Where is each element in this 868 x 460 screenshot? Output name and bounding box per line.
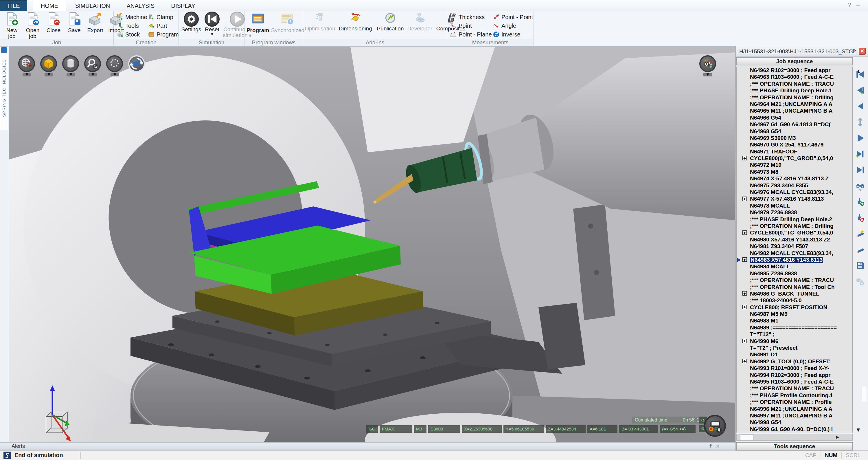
gcode-line[interactable]: ;*** OPERATION NAME : Drilling bbox=[737, 94, 852, 101]
angle-button[interactable]: Angle bbox=[493, 22, 533, 30]
gcode-line[interactable]: +N64983 X57.4816 Y143.8113 bbox=[737, 257, 852, 263]
iso-view-dropdown-icon[interactable]: ▼ bbox=[44, 73, 53, 77]
panel-close-icon[interactable]: ✕ bbox=[859, 48, 866, 55]
step-back-icon[interactable] bbox=[855, 101, 866, 112]
gcode-line[interactable]: ;*** OPERATION NAME : TRACU bbox=[737, 81, 852, 87]
expand-icon[interactable]: + bbox=[742, 339, 747, 343]
refresh-view-button[interactable] bbox=[128, 55, 146, 77]
camera-dropdown-icon[interactable]: ▼ bbox=[703, 73, 712, 77]
gcode-line[interactable]: N64980 X57.4816 Y143.8113 Z2 bbox=[737, 236, 852, 243]
alerts-close-icon[interactable]: ✕ bbox=[716, 443, 720, 450]
previous-tool-icon[interactable] bbox=[855, 85, 866, 96]
alerts-pin-icon[interactable] bbox=[708, 443, 713, 449]
zoom-select-dropdown-icon[interactable]: ▼ bbox=[89, 73, 97, 77]
gcode-line[interactable]: ;*** OPERATION NAME : TRACU bbox=[737, 277, 852, 283]
selection-circle-dropdown-icon[interactable]: ▼ bbox=[111, 73, 119, 77]
gcode-line[interactable]: N64991 D1 bbox=[737, 351, 852, 358]
selection-circle-button[interactable]: ▼ bbox=[106, 55, 124, 77]
new-job-button[interactable]: New job bbox=[2, 11, 22, 39]
gcode-line[interactable]: N64989 ;==================== bbox=[737, 324, 852, 331]
gcode-line[interactable]: ;*** OPERATION NAME : TRACU bbox=[737, 385, 852, 392]
scroll-down-icon[interactable]: ▼ bbox=[857, 427, 860, 432]
gcode-line[interactable]: N64970 G0 X-254. Y117.4679 bbox=[737, 141, 852, 148]
gcode-line[interactable]: N64975 Z93.3404 F355 bbox=[737, 182, 852, 189]
pin-icon[interactable] bbox=[850, 48, 857, 54]
annotate-icon[interactable] bbox=[855, 228, 866, 239]
gcode-line[interactable]: N64999 G1 G90 A-90. B=DC(0.) I bbox=[737, 426, 852, 432]
minimize-icon[interactable]: – bbox=[857, 1, 865, 8]
gcode-line[interactable]: N64974 X-57.4816 Y143.8113 Z bbox=[737, 175, 852, 182]
synchronized-window-button[interactable]: Synchronized bbox=[271, 11, 302, 33]
tab-analysis[interactable]: ANALYSIS bbox=[119, 0, 162, 11]
stock-button[interactable]: Stock bbox=[117, 30, 147, 39]
gcode-line[interactable]: N64968 G54 bbox=[737, 128, 852, 135]
zoom-select-button[interactable]: ▼ bbox=[84, 55, 101, 77]
gcode-line[interactable]: ;*** PHASE Drilling Deep Hole.2 bbox=[737, 216, 852, 223]
gcode-line[interactable]: N64985 Z236.8938 bbox=[737, 270, 852, 277]
machine-panel-button[interactable] bbox=[704, 415, 726, 437]
gcode-line[interactable]: N64982 MCALL CYCLE83(93.34, bbox=[737, 250, 852, 257]
gcode-line[interactable]: N64978 MCALL bbox=[737, 202, 852, 209]
gcode-line[interactable]: T="T2" ; Preselect bbox=[737, 344, 852, 351]
developer-button[interactable]: ACNU Developer bbox=[406, 11, 433, 32]
gcode-line[interactable]: N64984 MCALL bbox=[737, 263, 852, 270]
expand-icon[interactable]: + bbox=[742, 156, 747, 161]
point-point-button[interactable]: Point - Point bbox=[493, 13, 533, 22]
go-to-end-icon[interactable] bbox=[855, 165, 866, 175]
gcode-line[interactable]: +CYCLE800; RESET POSITION bbox=[737, 304, 852, 311]
go-to-start-icon[interactable] bbox=[855, 69, 866, 80]
settings-button[interactable]: Settings bbox=[181, 11, 202, 38]
point-plane-button[interactable]: Point - Plane bbox=[450, 30, 492, 39]
gcode-line[interactable]: +N64990 M6 bbox=[737, 338, 852, 344]
vertical-scrollbar-thumb[interactable] bbox=[862, 387, 866, 401]
optimisation-button[interactable]: Optimisation bbox=[304, 11, 336, 32]
gcode-line[interactable]: N64963 R103=6000 ; Feed A-C-E bbox=[737, 74, 852, 80]
export-button[interactable]: Export bbox=[86, 11, 105, 39]
expand-icon[interactable]: + bbox=[742, 305, 747, 309]
thickness-button[interactable]: Thickness bbox=[450, 13, 492, 22]
inverse-button[interactable]: Inverse bbox=[493, 30, 533, 39]
gcode-line[interactable]: ;*** PHASE Profile Contouring.1 bbox=[737, 392, 852, 399]
save-job-button[interactable]: Save bbox=[65, 11, 84, 39]
gcode-line[interactable]: N64967 G1 G90 A6.1813 B=DC( bbox=[737, 121, 852, 128]
gcode-line[interactable]: N64995 R103=6000 ; Feed A-C-E bbox=[737, 378, 852, 385]
iso-view-button[interactable]: ▼ bbox=[40, 55, 58, 77]
help-icon[interactable]: ? bbox=[848, 1, 857, 8]
gcode-line[interactable]: N64966 G54 bbox=[737, 114, 852, 121]
tools-sequence-header[interactable]: Tools sequence bbox=[736, 442, 852, 451]
gcode-line[interactable]: N64988 M1 bbox=[737, 317, 852, 324]
program-button[interactable]: Program bbox=[148, 30, 179, 39]
clamp-button[interactable]: Clamp bbox=[148, 13, 179, 22]
search-icon[interactable] bbox=[855, 180, 866, 191]
tools-button[interactable]: Tools bbox=[117, 22, 147, 30]
cylinder-view-dropdown-icon[interactable]: ▼ bbox=[66, 73, 75, 77]
cylinder-view-button[interactable]: ▼ bbox=[62, 55, 80, 77]
gcode-line[interactable]: N64997 M11 ;UNCLAMPING B A bbox=[737, 412, 852, 419]
dimensioning-button[interactable]: Dimensioning bbox=[336, 11, 374, 32]
gcode-line[interactable]: N64969 S3600 M3 bbox=[737, 135, 852, 141]
spring-side-tab[interactable]: SPRING TECHNOLOGIES bbox=[0, 46, 8, 130]
expand-icon[interactable]: + bbox=[742, 230, 747, 235]
expand-icon[interactable]: + bbox=[742, 291, 747, 295]
machine-button[interactable]: Machine bbox=[117, 13, 147, 22]
gcode-line[interactable]: N64971 TRAFOOF bbox=[737, 148, 852, 155]
gcode-line[interactable]: N64972 M10 bbox=[737, 162, 852, 168]
gcode-line[interactable]: N64962 R102=3000 ; Feed appr bbox=[737, 67, 852, 74]
gcode-line[interactable]: ;*** PHASE Drilling Deep Hole.1 bbox=[737, 87, 852, 94]
close-job-button[interactable]: Close bbox=[44, 11, 63, 39]
gcode-line[interactable]: N64964 M21 ;UNCLAMPING A A bbox=[737, 101, 852, 107]
camera-view-button[interactable]: ▼ bbox=[698, 55, 717, 77]
gcode-line[interactable]: N64998 G54 bbox=[737, 419, 852, 426]
gcode-line[interactable]: T="T12" ; bbox=[737, 331, 852, 338]
gcode-line[interactable]: N64981 Z93.3404 F507 bbox=[737, 243, 852, 250]
gcode-list[interactable]: N64962 R102=3000 ; Feed apprN64963 R103=… bbox=[736, 66, 852, 433]
save-icon[interactable] bbox=[855, 260, 866, 271]
orient-view-dropdown-icon[interactable]: ▼ bbox=[23, 73, 31, 77]
gcode-line[interactable]: +CYCLE800(0,"TC_GROB",0,54,0 bbox=[737, 155, 852, 162]
machine-run-icon[interactable] bbox=[855, 276, 866, 287]
open-job-button[interactable]: Open job bbox=[23, 11, 42, 39]
gcode-line[interactable]: N64996 M21 ;UNCLAMPING A A bbox=[737, 406, 852, 412]
job-sequence-header[interactable]: Job sequence bbox=[736, 57, 852, 65]
orient-view-button[interactable]: ▼ bbox=[18, 55, 36, 77]
gcode-line[interactable]: N64979 Z236.8938 bbox=[737, 209, 852, 216]
